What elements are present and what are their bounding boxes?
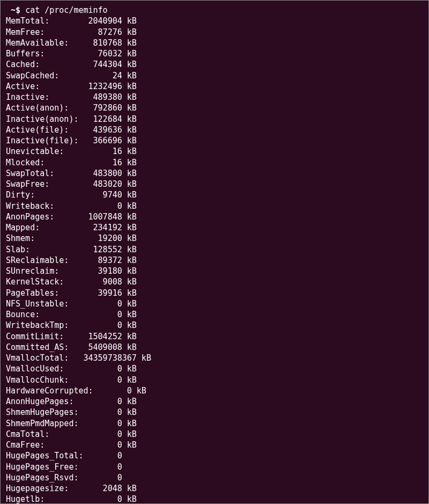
meminfo-value: 0 xyxy=(84,364,122,374)
meminfo-label: WritebackTmp: xyxy=(6,320,84,330)
meminfo-unit: kB xyxy=(122,82,137,91)
meminfo-value: 9008 xyxy=(84,277,122,287)
meminfo-value: 1504252 xyxy=(84,332,122,341)
meminfo-label: Unevictable: xyxy=(6,147,84,156)
meminfo-label: SwapCached: xyxy=(6,71,84,81)
meminfo-label: VmallocTotal: xyxy=(6,353,84,363)
meminfo-unit: kB xyxy=(122,255,137,265)
meminfo-unit: kB xyxy=(122,49,137,59)
meminfo-label: Mlocked: xyxy=(6,158,84,167)
meminfo-value: 9740 xyxy=(84,190,122,200)
meminfo-unit: kB xyxy=(122,179,137,189)
meminfo-value: 122684 xyxy=(84,114,122,124)
meminfo-unit: kB xyxy=(122,136,137,145)
meminfo-value: 0 xyxy=(84,473,122,483)
meminfo-value: 792860 xyxy=(84,103,122,113)
meminfo-label: Buffers: xyxy=(6,49,84,59)
meminfo-label: HardwareCorrupted: xyxy=(6,386,93,396)
meminfo-value: 34359738367 xyxy=(84,353,137,363)
meminfo-row: Active(file): 439636 kB xyxy=(6,125,423,135)
meminfo-label: SwapTotal: xyxy=(6,169,84,178)
meminfo-label: PageTables: xyxy=(6,288,84,298)
meminfo-label: Dirty: xyxy=(6,190,84,200)
meminfo-row: WritebackTmp: 0 kB xyxy=(6,320,423,331)
meminfo-row: PageTables: 39916 kB xyxy=(6,288,423,298)
meminfo-value: 234192 xyxy=(84,223,122,232)
meminfo-unit: kB xyxy=(122,147,137,156)
meminfo-unit: kB xyxy=(122,364,137,374)
meminfo-row: SReclaimable: 89372 kB xyxy=(6,255,423,266)
meminfo-label: MemTotal: xyxy=(6,16,84,26)
meminfo-unit: kB xyxy=(122,169,137,178)
meminfo-value: 0 xyxy=(84,407,122,417)
meminfo-value: 0 xyxy=(93,386,132,396)
meminfo-label: Hugepagesize: xyxy=(6,484,84,493)
meminfo-unit: kB xyxy=(122,158,137,167)
meminfo-row: CmaFree: 0 kB xyxy=(6,440,423,450)
meminfo-unit: kB xyxy=(122,440,137,450)
meminfo-row: Mapped: 234192 kB xyxy=(6,222,423,233)
meminfo-row: AnonHugePages: 0 kB xyxy=(6,396,423,407)
meminfo-label: CommitLimit: xyxy=(6,332,84,341)
meminfo-unit: kB xyxy=(122,310,137,319)
meminfo-value: 0 xyxy=(84,451,122,461)
meminfo-value: 0 xyxy=(84,419,122,428)
meminfo-value: 366696 xyxy=(84,136,122,145)
meminfo-unit: kB xyxy=(122,125,137,135)
meminfo-unit: kB xyxy=(122,233,137,243)
meminfo-unit: kB xyxy=(122,60,137,69)
meminfo-label: Active(anon): xyxy=(6,103,84,113)
meminfo-value: 0 xyxy=(84,462,122,472)
meminfo-value: 0 xyxy=(84,201,122,211)
meminfo-row: Buffers: 76032 kB xyxy=(6,48,423,59)
meminfo-unit: kB xyxy=(122,103,137,113)
meminfo-row: Bounce: 0 kB xyxy=(6,309,423,320)
meminfo-label: Active(file): xyxy=(6,125,84,135)
meminfo-label: NFS_Unstable: xyxy=(6,299,84,309)
meminfo-label: HugePages_Total: xyxy=(6,451,84,461)
meminfo-unit: kB xyxy=(122,429,137,439)
meminfo-value: 0 xyxy=(84,494,122,504)
meminfo-label: Writeback: xyxy=(6,201,84,211)
meminfo-row: SwapFree: 483020 kB xyxy=(6,179,423,189)
meminfo-row: Hugepagesize: 2048 kB xyxy=(6,483,423,494)
prompt-line[interactable]: ~$ cat /proc/meminfo xyxy=(6,5,423,16)
meminfo-label: SUnreclaim: xyxy=(6,266,84,276)
meminfo-row: MemFree: 87276 kB xyxy=(6,27,423,38)
meminfo-unit: kB xyxy=(122,419,137,428)
meminfo-label: Inactive(anon): xyxy=(6,114,84,124)
shell-prompt: ~$ xyxy=(6,5,25,15)
meminfo-row: Cached: 744304 kB xyxy=(6,59,423,70)
meminfo-value: 489380 xyxy=(84,92,122,102)
command-text: cat /proc/meminfo xyxy=(25,5,108,15)
meminfo-label: SReclaimable: xyxy=(6,255,84,265)
meminfo-unit: kB xyxy=(122,407,137,417)
meminfo-row: Active: 1232496 kB xyxy=(6,81,423,92)
meminfo-row: Inactive(file): 366696 kB xyxy=(6,135,423,146)
meminfo-label: Cached: xyxy=(6,60,84,69)
meminfo-row: Inactive: 489380 kB xyxy=(6,92,423,103)
meminfo-row: Writeback: 0 kB xyxy=(6,201,423,211)
meminfo-unit: kB xyxy=(137,353,151,363)
meminfo-label: Bounce: xyxy=(6,310,84,319)
meminfo-row: CmaTotal: 0 kB xyxy=(6,429,423,440)
meminfo-row: VmallocTotal: 34359738367 kB xyxy=(6,353,423,363)
meminfo-row: Active(anon): 792860 kB xyxy=(6,103,423,113)
meminfo-row: Inactive(anon): 122684 kB xyxy=(6,114,423,125)
meminfo-unit: kB xyxy=(122,190,137,200)
meminfo-unit: kB xyxy=(122,266,137,276)
meminfo-value: 744304 xyxy=(84,60,122,69)
meminfo-value: 24 xyxy=(84,71,122,81)
meminfo-row: HugePages_Free: 0 xyxy=(6,462,423,472)
meminfo-value: 1007848 xyxy=(84,212,122,222)
meminfo-unit: kB xyxy=(122,484,137,493)
meminfo-label: Hugetlb: xyxy=(6,494,84,504)
meminfo-label: KernelStack: xyxy=(6,277,84,287)
meminfo-value: 128552 xyxy=(84,245,122,254)
meminfo-label: HugePages_Free: xyxy=(6,462,84,472)
meminfo-row: Mlocked: 16 kB xyxy=(6,157,423,168)
meminfo-row: ShmemHugePages: 0 kB xyxy=(6,407,423,418)
meminfo-row: VmallocUsed: 0 kB xyxy=(6,363,423,374)
meminfo-label: VmallocUsed: xyxy=(6,364,84,374)
meminfo-unit: kB xyxy=(122,375,137,385)
